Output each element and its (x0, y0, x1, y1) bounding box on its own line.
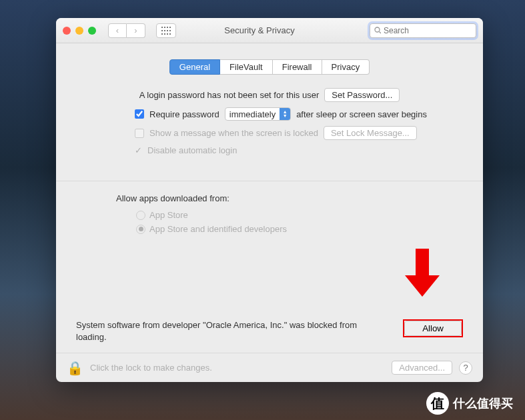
watermark-badge: 值 (426, 392, 449, 415)
show-message-checkbox (135, 129, 144, 138)
set-password-button[interactable]: Set Password... (324, 88, 400, 102)
watermark-text: 什么值得买 (453, 395, 513, 411)
require-password-checkbox[interactable] (135, 109, 144, 119)
radio-identified (136, 225, 145, 234)
svg-marker-15 (405, 275, 440, 297)
minimize-icon[interactable] (75, 27, 83, 35)
tab-bar: General FileVault Firewall Privacy (56, 59, 483, 75)
footer: 🔒 Click the lock to make changes. Advanc… (56, 353, 483, 382)
show-message-label: Show a message when the screen is locked (149, 128, 318, 138)
delay-value: immediately (225, 109, 280, 119)
radio-appstore-row: App Store (136, 210, 463, 220)
chevron-up-down-icon: ▲▼ (280, 108, 290, 120)
search-input[interactable] (384, 26, 472, 35)
annotation-arrow-icon (405, 249, 440, 301)
require-password-pre: Require password (149, 109, 219, 119)
blocked-software-message: System software from developer "Oracle A… (76, 319, 390, 343)
window-title: Security & Privacy (155, 25, 364, 35)
check-icon: ✓ (135, 145, 142, 155)
radio-appstore-label: App Store (149, 210, 188, 220)
no-password-label: A login password has not been set for th… (139, 90, 320, 100)
divider (56, 181, 483, 181)
forward-button[interactable]: › (127, 23, 145, 38)
radio-identified-row: App Store and identified developers (136, 224, 463, 234)
search-field[interactable] (370, 23, 476, 38)
show-message-row: Show a message when the screen is locked… (135, 126, 463, 140)
nav-buttons: ‹ › (108, 23, 145, 38)
tab-privacy[interactable]: Privacy (322, 59, 370, 75)
search-icon (374, 27, 381, 34)
traffic-lights (63, 27, 96, 35)
content-area: A login password has not been set for th… (56, 75, 483, 353)
svg-rect-14 (416, 249, 429, 275)
disable-autologin-label: Disable automatic login (147, 145, 237, 155)
close-icon[interactable] (63, 27, 71, 35)
maximize-icon[interactable] (88, 27, 96, 35)
radio-appstore (136, 211, 145, 220)
tab-general[interactable]: General (169, 59, 220, 75)
require-password-post: after sleep or screen saver begins (296, 109, 427, 119)
preferences-window: ‹ › Security & Privacy General FileVault… (56, 18, 483, 382)
watermark: 值 什么值得买 (426, 392, 513, 415)
require-password-row: Require password immediately ▲▼ after sl… (135, 107, 463, 121)
password-row: A login password has not been set for th… (76, 88, 463, 102)
tab-filevault[interactable]: FileVault (220, 59, 273, 75)
radio-identified-label: App Store and identified developers (149, 224, 287, 234)
allow-from-label: Allow apps downloaded from: (116, 193, 463, 203)
help-button[interactable]: ? (459, 361, 472, 375)
back-button[interactable]: ‹ (108, 23, 127, 38)
set-lock-message-button: Set Lock Message... (324, 126, 417, 140)
blocked-software-row: System software from developer "Oracle A… (76, 319, 463, 343)
disable-autologin-row: ✓ Disable automatic login (135, 145, 463, 155)
tab-firewall[interactable]: Firewall (273, 59, 322, 75)
titlebar: ‹ › Security & Privacy (56, 18, 483, 43)
svg-point-12 (375, 27, 380, 32)
allow-button[interactable]: Allow (404, 321, 462, 336)
advanced-button[interactable]: Advanced... (392, 361, 452, 375)
svg-line-13 (380, 32, 381, 34)
require-password-delay-select[interactable]: immediately ▲▼ (225, 107, 291, 121)
lock-message: Click the lock to make changes. (90, 363, 385, 373)
allow-button-highlight: Allow (403, 319, 463, 337)
lock-icon[interactable]: 🔒 (67, 360, 83, 376)
